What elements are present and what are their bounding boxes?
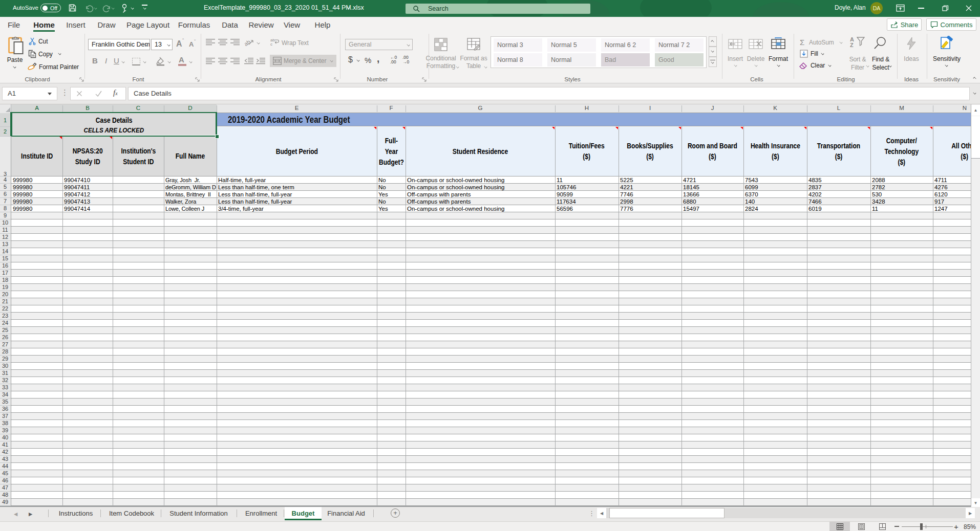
svg-text:ab: ab [245,38,251,46]
svg-text:c: c [270,42,272,46]
